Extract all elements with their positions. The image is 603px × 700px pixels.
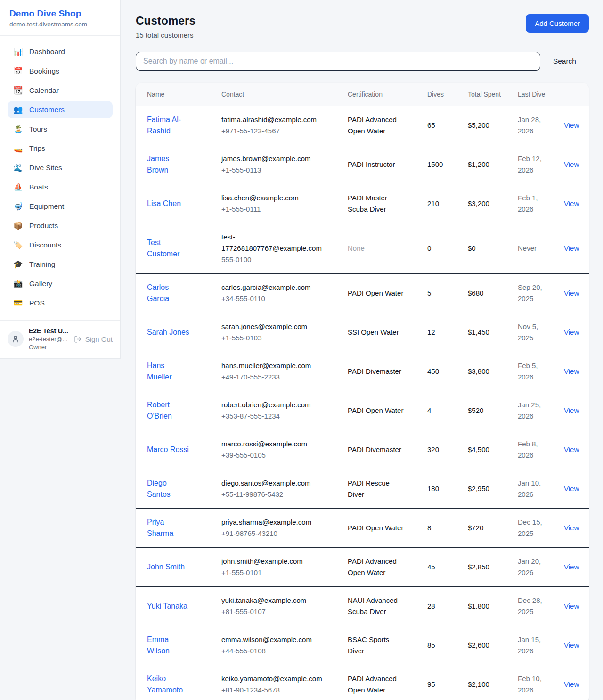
column-header: Dives — [422, 83, 462, 106]
view-link[interactable]: View — [564, 524, 579, 532]
customer-total-spent: $1,200 — [462, 145, 512, 184]
customer-certification: None — [348, 243, 365, 254]
wave-icon: 🌊 — [13, 163, 23, 172]
customer-phone: +1-555-0111 — [221, 204, 336, 215]
sidebar-item-dive-sites[interactable]: 🌊 Dive Sites — [8, 159, 113, 176]
customer-phone: +44-555-0108 — [221, 645, 336, 657]
sidebar-item-discounts[interactable]: 🏷️ Discounts — [8, 236, 113, 254]
customer-total-spent: $2,950 — [462, 469, 512, 509]
sidebar-item-customers[interactable]: 👥 Customers — [8, 101, 113, 118]
customer-phone: +1-555-0113 — [221, 165, 336, 176]
customer-name-link[interactable]: John Smith — [147, 561, 185, 573]
customer-total-spent: $1,800 — [462, 587, 512, 626]
view-link[interactable]: View — [564, 199, 579, 207]
customer-certification: PADI Open Water — [348, 405, 403, 416]
customer-name-link[interactable]: Keiko Yamamoto — [147, 673, 189, 696]
customer-total-spent: $2,100 — [462, 665, 512, 700]
sidebar-item-label: Customers — [29, 106, 65, 114]
sidebar-item-training[interactable]: 🎓 Training — [8, 255, 113, 273]
user-email: e2e-tester@... — [29, 336, 69, 343]
customer-last-dive: Never — [512, 223, 558, 274]
sidebar-item-label: Trips — [29, 144, 45, 153]
main-content: Customers 15 total customers Add Custome… — [121, 0, 603, 700]
customer-certification: PADI Rescue Diver — [348, 478, 405, 500]
table-row: Diego Santos diego.santos@example.com +5… — [136, 469, 589, 509]
sidebar-item-label: Equipment — [29, 202, 64, 211]
customer-last-dive: Dec 28, 2025 — [512, 587, 558, 626]
customer-name-link[interactable]: Fatima Al-Rashid — [147, 114, 189, 137]
sidebar-item-equipment[interactable]: 🤿 Equipment — [8, 198, 113, 215]
customer-phone: +1-555-0101 — [221, 567, 336, 578]
search-input[interactable] — [136, 52, 540, 71]
sidebar-item-pos[interactable]: 💳 POS — [8, 294, 113, 312]
search-button[interactable]: Search — [553, 57, 576, 66]
customer-name-link[interactable]: James Brown — [147, 153, 189, 176]
customer-last-dive: Feb 5, 2026 — [512, 352, 558, 391]
sign-out-button[interactable]: Sign Out — [74, 335, 113, 343]
sidebar-item-gallery[interactable]: 📸 Gallery — [8, 275, 113, 292]
customer-dives: 8 — [422, 509, 462, 548]
customer-name-link[interactable]: Robert O'Brien — [147, 399, 189, 422]
customer-total-spent: $520 — [462, 391, 512, 430]
view-link[interactable]: View — [564, 563, 579, 571]
app-title: Demo Dive Shop — [9, 8, 111, 19]
table-row: Fatima Al-Rashid fatima.alrashid@example… — [136, 106, 589, 145]
view-link[interactable]: View — [564, 367, 579, 375]
island-icon: 🏝️ — [13, 124, 23, 133]
sidebar-item-boats[interactable]: ⛵ Boats — [8, 178, 113, 196]
customer-name-link[interactable]: Diego Santos — [147, 478, 189, 500]
view-link[interactable]: View — [564, 602, 579, 610]
column-header: Name — [136, 83, 216, 106]
customer-name-link[interactable]: Emma Wilson — [147, 634, 189, 657]
customer-total-spent: $5,200 — [462, 106, 512, 145]
table-row: Marco Rossi marco.rossi@example.com +39-… — [136, 430, 589, 469]
user-footer: E2E Test U... e2e-tester@... Owner Sign … — [0, 320, 120, 358]
customer-last-dive: Jan 28, 2026 — [512, 106, 558, 145]
sidebar: Demo Dive Shop demo.test.divestreams.com… — [0, 0, 121, 359]
sidebar-nav: 📊 Dashboard 📅 Bookings 📆 Calendar 👥 Cust… — [0, 36, 120, 320]
customer-phone: +1-555-0103 — [221, 332, 336, 344]
page-header-text: Customers 15 total customers — [136, 14, 196, 39]
view-link[interactable]: View — [564, 289, 579, 297]
view-link[interactable]: View — [564, 244, 579, 252]
customer-email: james.brown@example.com — [221, 153, 323, 165]
column-header: Certification — [342, 83, 422, 106]
customer-last-dive: Sep 20, 2025 — [512, 274, 558, 313]
sidebar-item-trips[interactable]: 🚤 Trips — [8, 140, 113, 157]
customer-dives: 5 — [422, 274, 462, 313]
customer-email: test-1772681807767@example.com — [221, 231, 323, 254]
view-link[interactable]: View — [564, 680, 579, 688]
sidebar-item-bookings[interactable]: 📅 Bookings — [8, 62, 113, 80]
customer-name-link[interactable]: Test Customer — [147, 237, 189, 260]
sidebar-item-calendar[interactable]: 📆 Calendar — [8, 82, 113, 99]
customer-name-link[interactable]: Marco Rossi — [147, 444, 189, 455]
package-icon: 📦 — [13, 221, 23, 230]
customer-name-link[interactable]: Yuki Tanaka — [147, 601, 187, 612]
customer-name-link[interactable]: Sarah Jones — [147, 327, 189, 338]
view-link[interactable]: View — [564, 641, 579, 649]
customer-phone: +55-11-99876-5432 — [221, 489, 336, 500]
view-link[interactable]: View — [564, 485, 579, 493]
sidebar-item-dashboard[interactable]: 📊 Dashboard — [8, 43, 113, 60]
customer-count: 15 total customers — [136, 31, 196, 39]
customer-name-link[interactable]: Carlos Garcia — [147, 282, 189, 305]
customer-name-link[interactable]: Priya Sharma — [147, 517, 189, 539]
view-link[interactable]: View — [564, 445, 579, 453]
add-customer-button[interactable]: Add Customer — [526, 14, 589, 33]
view-link[interactable]: View — [564, 160, 579, 168]
customer-name-link[interactable]: Lisa Chen — [147, 198, 181, 209]
view-link[interactable]: View — [564, 328, 579, 336]
view-link[interactable]: View — [564, 406, 579, 414]
view-link[interactable]: View — [564, 121, 579, 129]
sidebar-item-products[interactable]: 📦 Products — [8, 217, 113, 234]
customer-total-spent: $3,800 — [462, 352, 512, 391]
sidebar-item-tours[interactable]: 🏝️ Tours — [8, 120, 113, 138]
customer-last-dive: Dec 15, 2025 — [512, 509, 558, 548]
customer-dives: 320 — [422, 430, 462, 469]
table-row: Test Customer test-1772681807767@example… — [136, 223, 589, 274]
table-row: Hans Mueller hans.mueller@example.com +4… — [136, 352, 589, 391]
customer-name-link[interactable]: Hans Mueller — [147, 360, 189, 383]
column-header: Last Dive — [512, 83, 558, 106]
sailboat-icon: ⛵ — [13, 182, 23, 191]
customer-certification: PADI Open Water — [348, 288, 403, 299]
